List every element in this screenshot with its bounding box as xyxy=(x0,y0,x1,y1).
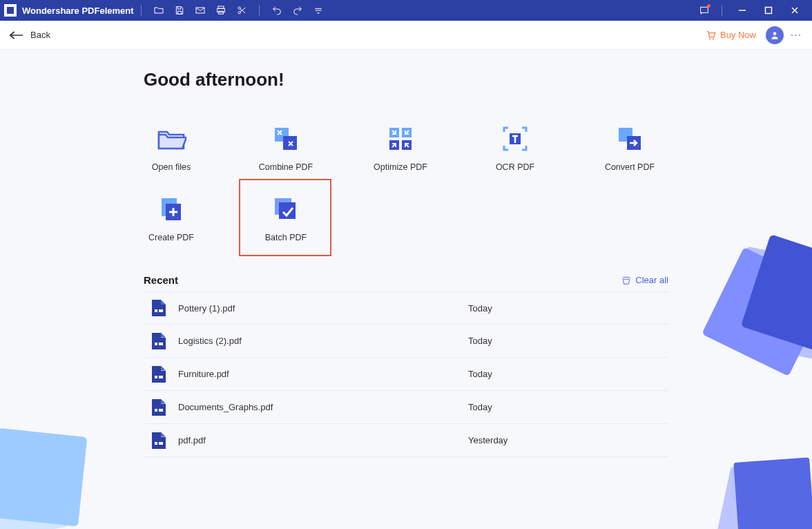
separator xyxy=(141,5,142,16)
back-button[interactable]: Back xyxy=(10,30,50,40)
back-label: Back xyxy=(30,30,50,40)
window-maximize-button[interactable] xyxy=(755,0,782,21)
file-date: Yesterday xyxy=(468,435,508,445)
buy-now-button[interactable]: Buy Now xyxy=(705,30,756,41)
file-date: Today xyxy=(468,303,492,314)
scissors-icon[interactable] xyxy=(234,3,249,18)
svg-point-4 xyxy=(238,7,240,9)
recent-item[interactable]: Documents_Graphs.pdf Today xyxy=(144,391,668,424)
svg-rect-6 xyxy=(701,7,708,12)
redo-icon[interactable] xyxy=(290,3,305,18)
window-close-button[interactable] xyxy=(782,0,808,21)
tile-label: Optimize PDF xyxy=(374,162,427,172)
tile-label: OCR PDF xyxy=(496,162,534,172)
tile-open-files[interactable]: Open files xyxy=(144,124,199,172)
svg-rect-7 xyxy=(766,8,772,14)
decorative-shape xyxy=(708,460,812,529)
separator xyxy=(722,5,722,16)
pdf-file-icon xyxy=(152,399,166,416)
print-icon[interactable] xyxy=(213,3,229,18)
decorative-shape xyxy=(698,222,812,381)
combine-icon xyxy=(271,124,301,154)
svg-point-8 xyxy=(709,38,710,39)
optimize-icon xyxy=(385,124,416,154)
tile-label: Combine PDF xyxy=(259,162,313,172)
ocr-icon xyxy=(500,124,530,154)
tile-combine-pdf[interactable]: Combine PDF xyxy=(258,124,313,172)
batch-icon xyxy=(271,194,301,224)
file-name: Logistics (2).pdf xyxy=(178,336,468,346)
tile-optimize-pdf[interactable]: Optimize PDF xyxy=(373,124,428,172)
tile-label: Open files xyxy=(152,162,191,172)
convert-icon xyxy=(615,124,645,154)
file-name: Furniture.pdf xyxy=(178,369,468,379)
pdf-file-icon xyxy=(152,300,166,316)
file-date: Today xyxy=(468,336,492,346)
sub-toolbar: Back Buy Now ⋮ xyxy=(0,21,812,50)
recent-list: Pottery (1).pdf Today Logistics (2).pdf … xyxy=(144,291,668,457)
buy-now-label: Buy Now xyxy=(720,30,756,40)
action-tiles: Open files Combine PDF xyxy=(144,124,668,242)
save-icon[interactable] xyxy=(172,3,187,18)
file-name: pdf.pdf xyxy=(178,435,468,445)
svg-rect-23 xyxy=(279,202,296,219)
tile-batch-pdf[interactable]: Batch PDF xyxy=(258,194,313,242)
tile-label: Convert PDF xyxy=(605,162,655,172)
app-logo-icon xyxy=(4,4,17,17)
svg-point-9 xyxy=(713,38,714,39)
window-minimize-button[interactable] xyxy=(729,0,755,21)
undo-icon[interactable] xyxy=(269,3,284,18)
open-folder-icon[interactable] xyxy=(151,3,166,18)
user-avatar-button[interactable] xyxy=(766,26,784,44)
tile-ocr-pdf[interactable]: OCR PDF xyxy=(487,124,543,172)
svg-rect-3 xyxy=(218,11,223,14)
title-bar: Wondershare PDFelement xyxy=(0,0,812,21)
tile-create-pdf[interactable]: Create PDF xyxy=(144,194,199,242)
app-name: Wondershare PDFelement xyxy=(22,6,134,16)
separator xyxy=(259,5,260,16)
tile-label: Create PDF xyxy=(148,233,194,242)
tile-convert-pdf[interactable]: Convert PDF xyxy=(602,124,657,172)
pdf-file-icon xyxy=(152,333,166,349)
more-menu-button[interactable]: ⋮ xyxy=(789,30,802,40)
file-name: Pottery (1).pdf xyxy=(178,303,468,314)
recent-item[interactable]: Pottery (1).pdf Today xyxy=(144,291,668,325)
folder-open-icon xyxy=(156,124,186,154)
recent-heading: Recent xyxy=(144,274,178,286)
file-name: Documents_Graphs.pdf xyxy=(178,402,468,412)
notification-icon[interactable] xyxy=(697,3,712,18)
pdf-file-icon xyxy=(152,366,166,383)
recent-item[interactable]: Logistics (2).pdf Today xyxy=(144,325,668,358)
svg-point-10 xyxy=(773,32,777,35)
create-icon xyxy=(156,194,186,224)
dropdown-icon[interactable] xyxy=(311,3,326,18)
file-date: Today xyxy=(468,369,492,379)
tile-label: Batch PDF xyxy=(265,233,307,242)
pdf-file-icon xyxy=(152,432,166,449)
file-date: Today xyxy=(468,402,492,412)
decorative-shape xyxy=(0,425,97,529)
clear-all-label: Clear all xyxy=(635,275,668,285)
recent-item[interactable]: Furniture.pdf Today xyxy=(144,358,668,391)
mail-icon[interactable] xyxy=(193,3,208,18)
clear-all-button[interactable]: Clear all xyxy=(621,275,668,285)
recent-item[interactable]: pdf.pdf Yesterday xyxy=(144,424,668,457)
greeting-heading: Good afternoon! xyxy=(144,69,668,90)
svg-point-5 xyxy=(238,12,240,14)
